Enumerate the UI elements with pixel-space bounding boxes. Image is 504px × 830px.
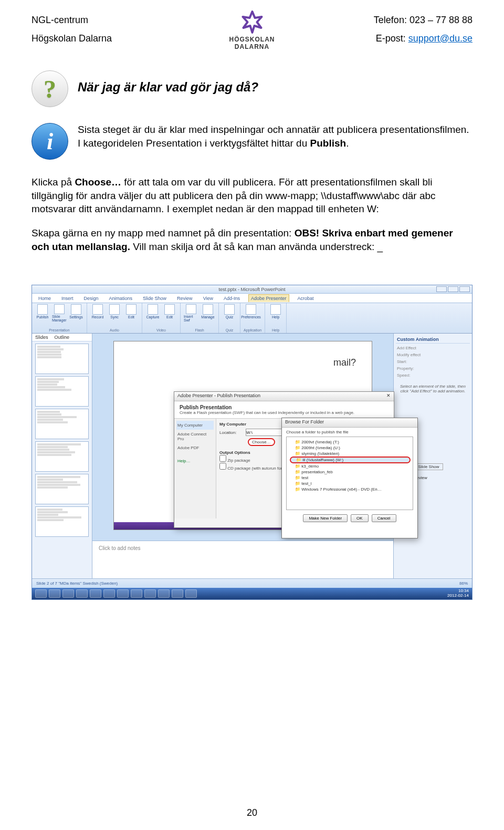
taskbar-app-icon[interactable] [49, 589, 60, 598]
slide-thumbnail[interactable] [35, 409, 89, 439]
ribbon-button[interactable]: Help [268, 304, 283, 322]
ribbon-tabs: HomeInsertDesignAnimationsSlide ShowRevi… [32, 294, 472, 303]
start-field: Start: [397, 359, 469, 364]
folder-tree-item[interactable]: 📁 2009vt (\\media) (T:) [289, 439, 411, 445]
make-new-folder-button[interactable]: Make New Folder [303, 514, 348, 522]
ok-button[interactable]: OK [351, 514, 369, 522]
cancel-button[interactable]: Cancel [372, 514, 396, 522]
star-icon [240, 11, 264, 35]
status-bar: Slide 2 of 7 "MDa items" Swedish (Sweden… [32, 578, 472, 588]
ribbon-group: PublishSlide ManagerSettingsPresentation [32, 303, 87, 333]
folder-tree-item[interactable]: 📁 k3_demo [289, 463, 411, 469]
folder-tree-item[interactable]: 📁 ill (\\dustaff\www) (W:) [290, 456, 411, 463]
ribbon-tab[interactable]: Slide Show [141, 295, 169, 302]
browse-dialog: Browse For Folder Choose a folder to pub… [281, 418, 418, 538]
outline-tab[interactable]: Outline [51, 334, 73, 341]
browse-instruction: Choose a folder to publish the file [282, 428, 417, 437]
dialog-subheading: Create a Flash presentation (SWF) that c… [180, 410, 388, 415]
ribbon-button[interactable]: Record [90, 304, 105, 322]
taskbar-app-icon[interactable] [172, 589, 183, 598]
taskbar-app-icon[interactable] [76, 589, 88, 598]
ribbon-tab[interactable]: Review [175, 295, 195, 302]
ribbon-group: HelpHelp [265, 303, 287, 333]
ribbon-tab[interactable]: Add-Ins [222, 295, 242, 302]
close-button[interactable] [459, 286, 470, 292]
support-email-link[interactable]: support@du.se [408, 33, 472, 44]
slides-tab[interactable]: Slides [32, 334, 51, 341]
taskbar-app-icon[interactable] [35, 589, 47, 598]
taskbar-app-icon[interactable] [158, 589, 170, 598]
ribbon-button[interactable]: Quiz [222, 304, 237, 322]
ribbon-group: CaptureEditVideo [142, 303, 181, 333]
page-number: 20 [0, 807, 504, 818]
dialog-sidebar: My Computer Adobe Connect Pro Adobe PDF … [174, 419, 216, 518]
ribbon-tab[interactable]: Design [82, 295, 101, 302]
taskbar-app-icon[interactable] [103, 589, 115, 598]
add-effect-button[interactable]: Add Effect [397, 346, 469, 350]
ribbon-button[interactable]: Settings [69, 304, 83, 322]
ribbon-tab[interactable]: Home [36, 295, 53, 302]
slide-thumbnail[interactable] [35, 376, 89, 407]
folder-tree-item[interactable]: 📁 2009ht (\\media) (U:) [289, 445, 411, 451]
question-icon: ? [32, 70, 68, 107]
ribbon-button[interactable]: Edit [124, 304, 139, 322]
folder-tree-item[interactable]: 📁 test [289, 475, 411, 481]
maximize-button[interactable] [448, 286, 458, 292]
ribbon-tab[interactable]: Acrobat [296, 295, 316, 302]
dialog-heading: Publish Presentation [180, 404, 388, 410]
anim-pane-title: Custom Animation [396, 336, 470, 344]
ribbon-button[interactable]: Insert Swf [184, 304, 198, 322]
ribbon-button[interactable]: Manage [201, 304, 215, 322]
taskbar-app-icon[interactable] [185, 589, 197, 598]
ribbon-tab[interactable]: Insert [59, 295, 76, 302]
folder-tree[interactable]: 📁 2009vt (\\media) (T:)📁 2009ht (\\media… [286, 437, 413, 510]
document-content: ? När jag är klar vad gör jag då? i Sist… [0, 49, 504, 253]
dialog-close-icon[interactable]: ✕ [386, 393, 391, 400]
status-zoom: 86% [459, 581, 468, 586]
minimize-button[interactable] [436, 286, 447, 292]
choose-button[interactable]: Choose… [248, 438, 275, 446]
powerpoint-screenshot: test.pptx - Microsoft PowerPoint HomeIns… [32, 285, 472, 600]
folder-tree-item[interactable]: 📁 presentation_feb [289, 469, 411, 475]
ribbon-tab[interactable]: Adobe Presenter [248, 294, 289, 302]
modify-label: Modify effect [397, 352, 469, 357]
info-paragraph: Sista steget är du är klar med inspelnin… [78, 123, 472, 150]
info-section: i Sista steget är du är klar med inspeln… [32, 123, 472, 160]
property-field: Property: [397, 366, 469, 371]
slide-thumbnail[interactable] [35, 506, 89, 537]
dialog-title: Adobe Presenter - Publish Presentation [177, 393, 260, 400]
slide-title-text: mail? [333, 357, 356, 368]
question-heading: När jag är klar vad gör jag då? [78, 70, 472, 95]
speed-field: Speed: [397, 373, 469, 378]
slideshow-button[interactable]: Slide Show [415, 463, 443, 470]
taskbar-app-icon[interactable] [131, 589, 142, 598]
ribbon-tab[interactable]: Animations [107, 295, 135, 302]
dialog-target-mycomputer[interactable]: My Computer [176, 421, 214, 430]
notes-pane[interactable]: Click to add notes [92, 541, 393, 579]
taskbar-app-icon[interactable] [62, 589, 74, 598]
folder-tree-item[interactable]: 📁 Windows 7 Professional (x64) - DVD (En… [289, 486, 411, 492]
ribbon-button[interactable]: Sync [107, 304, 122, 322]
dialog-target-connect[interactable]: Adobe Connect Pro [176, 430, 214, 443]
taskbar-app-icon[interactable] [117, 589, 129, 598]
header-right: Telefon: 023 – 77 88 88 E-post: support@… [374, 15, 472, 44]
taskbar-app-icon[interactable] [90, 589, 101, 598]
folder-tree-item[interactable]: 📁 test_l [289, 481, 411, 486]
folder-tree-item[interactable]: 📁 styrning (\\dialekten) [289, 451, 411, 456]
slide-thumbnail[interactable] [35, 474, 89, 504]
header-phone: Telefon: 023 – 77 88 88 [374, 15, 472, 26]
ribbon-button[interactable]: Publish [35, 304, 50, 322]
ribbon-button[interactable]: Preferences [244, 304, 258, 322]
ribbon-group: RecordSyncEditAudio [87, 303, 142, 333]
slide-thumbnail[interactable] [35, 441, 89, 472]
dialog-help-link[interactable]: Help… [176, 456, 214, 465]
ribbon-button[interactable]: Edit [162, 304, 177, 322]
ribbon-tab[interactable]: View [201, 295, 215, 302]
status-left: Slide 2 of 7 "MDa items" Swedish (Sweden… [36, 581, 118, 586]
ribbon-button[interactable]: Slide Manager [52, 304, 67, 322]
ribbon-button[interactable]: Capture [145, 304, 160, 322]
taskbar-app-icon[interactable] [144, 589, 156, 598]
slide-thumbnail[interactable] [35, 344, 89, 374]
dialog-target-pdf[interactable]: Adobe PDF [176, 443, 214, 452]
ribbon-group: Insert SwfManageFlash [181, 303, 219, 333]
